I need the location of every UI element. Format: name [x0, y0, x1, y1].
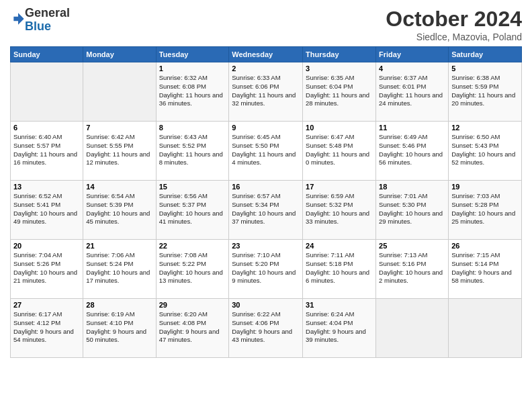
calendar-day: 2Sunrise: 6:33 AMSunset: 6:06 PMDaylight… [229, 62, 303, 122]
day-info: Sunrise: 7:04 AMSunset: 5:26 PMDaylight:… [13, 251, 80, 285]
day-number: 25 [379, 242, 445, 250]
svg-marker-0 [13, 13, 24, 24]
day-number: 22 [159, 242, 226, 250]
calendar-day: 15Sunrise: 6:56 AMSunset: 5:37 PMDayligh… [156, 181, 229, 240]
calendar-day: 20Sunrise: 7:04 AMSunset: 5:26 PMDayligh… [11, 240, 83, 299]
day-number: 15 [159, 183, 226, 191]
calendar-week-4: 20Sunrise: 7:04 AMSunset: 5:26 PMDayligh… [11, 240, 522, 299]
day-number: 13 [13, 183, 80, 191]
day-number: 19 [451, 183, 519, 191]
weekday-header-wednesday: Wednesday [229, 47, 303, 62]
calendar-day: 3Sunrise: 6:35 AMSunset: 6:04 PMDaylight… [303, 62, 376, 122]
day-info: Sunrise: 6:43 AMSunset: 5:52 PMDaylight:… [159, 133, 226, 167]
day-info: Sunrise: 6:38 AMSunset: 5:59 PMDaylight:… [451, 74, 519, 108]
calendar-day: 9Sunrise: 6:45 AMSunset: 5:50 PMDaylight… [229, 122, 303, 181]
day-info: Sunrise: 6:20 AMSunset: 4:08 PMDaylight:… [159, 310, 226, 345]
day-info: Sunrise: 7:08 AMSunset: 5:22 PMDaylight:… [159, 251, 226, 285]
day-number: 20 [13, 242, 80, 250]
weekday-header-friday: Friday [376, 47, 449, 62]
calendar-day: 21Sunrise: 7:06 AMSunset: 5:24 PMDayligh… [83, 240, 156, 299]
day-number: 31 [306, 301, 373, 309]
calendar-day: 19Sunrise: 7:03 AMSunset: 5:28 PMDayligh… [449, 181, 522, 240]
day-info: Sunrise: 6:33 AMSunset: 6:06 PMDaylight:… [232, 74, 300, 108]
calendar-day: 10Sunrise: 6:47 AMSunset: 5:48 PMDayligh… [303, 122, 376, 181]
day-number: 21 [86, 242, 152, 250]
day-info: Sunrise: 6:57 AMSunset: 5:34 PMDaylight:… [232, 192, 300, 226]
day-number: 1 [159, 64, 226, 73]
day-number: 9 [232, 124, 300, 132]
calendar-week-5: 27Sunrise: 6:17 AMSunset: 4:12 PMDayligh… [11, 299, 522, 358]
day-number: 24 [306, 242, 373, 250]
day-number: 23 [232, 242, 300, 250]
header-row: General Blue October 2024 Siedlce, Mazov… [10, 7, 522, 42]
day-info: Sunrise: 6:50 AMSunset: 5:43 PMDaylight:… [451, 133, 519, 167]
calendar-table: SundayMondayTuesdayWednesdayThursdayFrid… [10, 46, 522, 358]
day-info: Sunrise: 6:24 AMSunset: 4:04 PMDaylight:… [306, 310, 373, 345]
calendar-day: 31Sunrise: 6:24 AMSunset: 4:04 PMDayligh… [303, 299, 376, 358]
page-container: General Blue October 2024 Siedlce, Mazov… [0, 0, 532, 361]
title-block: October 2024 Siedlce, Mazovia, Poland [386, 7, 522, 42]
calendar-day: 23Sunrise: 7:10 AMSunset: 5:20 PMDayligh… [229, 240, 303, 299]
day-info: Sunrise: 6:19 AMSunset: 4:10 PMDaylight:… [86, 310, 152, 345]
day-number: 5 [451, 64, 519, 73]
day-info: Sunrise: 7:10 AMSunset: 5:20 PMDaylight:… [232, 251, 300, 285]
day-number: 4 [379, 64, 445, 73]
day-info: Sunrise: 6:45 AMSunset: 5:50 PMDaylight:… [232, 133, 300, 167]
calendar-day: 27Sunrise: 6:17 AMSunset: 4:12 PMDayligh… [11, 299, 83, 358]
day-info: Sunrise: 6:35 AMSunset: 6:04 PMDaylight:… [306, 74, 373, 108]
calendar-day [376, 299, 449, 358]
calendar-body: 1Sunrise: 6:32 AMSunset: 6:08 PMDaylight… [11, 62, 522, 358]
day-number: 30 [232, 301, 300, 309]
calendar-day: 30Sunrise: 6:22 AMSunset: 4:06 PMDayligh… [229, 299, 303, 358]
day-info: Sunrise: 6:47 AMSunset: 5:48 PMDaylight:… [306, 133, 373, 167]
calendar-day [11, 62, 83, 122]
weekday-header-row: SundayMondayTuesdayWednesdayThursdayFrid… [11, 47, 522, 62]
calendar-day: 11Sunrise: 6:49 AMSunset: 5:46 PMDayligh… [376, 122, 449, 181]
day-info: Sunrise: 6:54 AMSunset: 5:39 PMDaylight:… [86, 192, 152, 226]
logo-general: General [25, 6, 70, 19]
day-info: Sunrise: 6:56 AMSunset: 5:37 PMDaylight:… [159, 192, 226, 226]
logo-text: General Blue [25, 7, 70, 34]
calendar-day: 6Sunrise: 6:40 AMSunset: 5:57 PMDaylight… [11, 122, 83, 181]
day-number: 29 [159, 301, 226, 309]
calendar-day [83, 62, 156, 122]
day-info: Sunrise: 6:22 AMSunset: 4:06 PMDaylight:… [232, 310, 300, 345]
day-number: 2 [232, 64, 300, 73]
day-info: Sunrise: 6:59 AMSunset: 5:32 PMDaylight:… [306, 192, 373, 226]
calendar-day: 29Sunrise: 6:20 AMSunset: 4:08 PMDayligh… [156, 299, 229, 358]
day-number: 17 [306, 183, 373, 191]
day-info: Sunrise: 7:01 AMSunset: 5:30 PMDaylight:… [379, 192, 445, 226]
logo-icon [11, 12, 25, 26]
calendar-day: 14Sunrise: 6:54 AMSunset: 5:39 PMDayligh… [83, 181, 156, 240]
calendar-day: 18Sunrise: 7:01 AMSunset: 5:30 PMDayligh… [376, 181, 449, 240]
weekday-header-monday: Monday [83, 47, 156, 62]
day-info: Sunrise: 6:17 AMSunset: 4:12 PMDaylight:… [13, 310, 80, 345]
calendar-header: SundayMondayTuesdayWednesdayThursdayFrid… [11, 47, 522, 62]
calendar-day: 13Sunrise: 6:52 AMSunset: 5:41 PMDayligh… [11, 181, 83, 240]
calendar-day: 4Sunrise: 6:37 AMSunset: 6:01 PMDaylight… [376, 62, 449, 122]
day-number: 11 [379, 124, 445, 132]
calendar-day: 28Sunrise: 6:19 AMSunset: 4:10 PMDayligh… [83, 299, 156, 358]
day-info: Sunrise: 7:03 AMSunset: 5:28 PMDaylight:… [451, 192, 519, 226]
day-info: Sunrise: 6:40 AMSunset: 5:57 PMDaylight:… [13, 133, 80, 167]
calendar-day [449, 299, 522, 358]
calendar-week-2: 6Sunrise: 6:40 AMSunset: 5:57 PMDaylight… [11, 122, 522, 181]
calendar-day: 26Sunrise: 7:15 AMSunset: 5:14 PMDayligh… [449, 240, 522, 299]
calendar-day: 22Sunrise: 7:08 AMSunset: 5:22 PMDayligh… [156, 240, 229, 299]
day-number: 8 [159, 124, 226, 132]
day-info: Sunrise: 6:52 AMSunset: 5:41 PMDaylight:… [13, 192, 80, 226]
calendar-week-1: 1Sunrise: 6:32 AMSunset: 6:08 PMDaylight… [11, 62, 522, 122]
day-number: 16 [232, 183, 300, 191]
day-number: 14 [86, 183, 152, 191]
day-info: Sunrise: 6:49 AMSunset: 5:46 PMDaylight:… [379, 133, 445, 167]
day-number: 26 [451, 242, 519, 250]
calendar-day: 24Sunrise: 7:11 AMSunset: 5:18 PMDayligh… [303, 240, 376, 299]
day-info: Sunrise: 7:15 AMSunset: 5:14 PMDaylight:… [451, 251, 519, 285]
day-info: Sunrise: 7:06 AMSunset: 5:24 PMDaylight:… [86, 251, 152, 285]
day-number: 7 [86, 124, 152, 132]
day-number: 18 [379, 183, 445, 191]
calendar-day: 12Sunrise: 6:50 AMSunset: 5:43 PMDayligh… [449, 122, 522, 181]
calendar-day: 25Sunrise: 7:13 AMSunset: 5:16 PMDayligh… [376, 240, 449, 299]
calendar-day: 7Sunrise: 6:42 AMSunset: 5:55 PMDaylight… [83, 122, 156, 181]
day-number: 12 [451, 124, 519, 132]
